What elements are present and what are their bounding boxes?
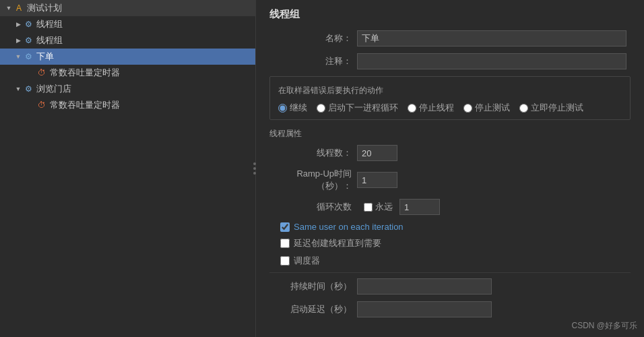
tree-item-thread-group-1[interactable]: ⚙线程组 (0, 16, 255, 32)
radio-stop-test[interactable] (463, 104, 472, 113)
radio-label-continue[interactable]: 继续 (290, 102, 307, 114)
checkbox-same-user[interactable] (280, 222, 290, 232)
tree-label-browse-shop: 浏览门店 (36, 83, 71, 95)
checkbox-item-same-user[interactable]: Same user on each iteration (280, 222, 631, 232)
tree-arrow-order[interactable] (13, 52, 23, 61)
radio-label-stop-thread[interactable]: 停止线程 (419, 102, 454, 114)
section-title: 线程组 (269, 8, 631, 21)
comment-row: 注释： (269, 53, 631, 69)
tree-label-test-plan: 测试计划 (27, 2, 62, 14)
radio-label-stop-test-now[interactable]: 立即停止测试 (531, 102, 583, 114)
checkbox-label-same-user[interactable]: Same user on each iteration (294, 222, 404, 232)
startup-delay-input[interactable] (357, 301, 492, 317)
panel-divider[interactable] (253, 162, 256, 175)
radio-item-stop-test-now[interactable]: 立即停止测试 (519, 102, 583, 114)
tree-icon-thread-group-2: ⚙ (23, 35, 34, 46)
tree-icon-timer-1: ⏱ (36, 67, 47, 78)
tree-item-test-plan[interactable]: A测试计划 (0, 0, 255, 16)
tree-item-order[interactable]: ⚙下单 (0, 49, 255, 65)
checkbox-item-delay-create[interactable]: 延迟创建线程直到需要 (280, 237, 631, 249)
tree-arrow-thread-group-2[interactable] (13, 36, 23, 45)
tree-icon-test-plan: A (13, 3, 24, 13)
radio-item-stop-thread[interactable]: 停止线程 (408, 102, 454, 114)
checkbox-label-scheduler[interactable]: 调度器 (294, 255, 320, 267)
radio-item-start-next[interactable]: 启动下一进程循环 (317, 102, 398, 114)
radio-item-stop-test[interactable]: 停止测试 (463, 102, 510, 114)
tree-item-thread-group-2[interactable]: ⚙线程组 (0, 32, 255, 49)
watermark: CSDN @好多可乐 (571, 320, 637, 332)
tree-label-order: 下单 (36, 51, 54, 63)
radio-stop-thread[interactable] (408, 104, 416, 113)
comment-label: 注释： (269, 55, 357, 67)
radio-item-continue[interactable]: 继续 (278, 102, 307, 114)
radio-label-start-next[interactable]: 启动下一进程循环 (328, 102, 398, 114)
error-action-label: 在取样器错误后要执行的动作 (278, 85, 622, 96)
thread-count-label: 线程数： (269, 147, 357, 159)
name-label: 名称： (269, 32, 357, 44)
tree-item-timer-1[interactable]: ⏱常数吞吐量定时器 (0, 65, 255, 81)
startup-delay-label: 启动延迟（秒） (269, 303, 357, 315)
ramp-up-label: Ramp-Up时间（秒）： (269, 168, 357, 192)
thread-count-input[interactable] (357, 145, 397, 161)
radio-stop-test-now[interactable] (519, 104, 528, 113)
startup-delay-row: 启动延迟（秒） (269, 301, 631, 317)
right-panel: 线程组 名称： 注释： 在取样器错误后要执行的动作 继续启动下一进程循环停止线程… (256, 0, 644, 337)
checkbox-label-delay-create[interactable]: 延迟创建线程直到需要 (294, 237, 381, 249)
checkbox-scheduler[interactable] (280, 256, 290, 266)
comment-input[interactable] (357, 53, 626, 69)
error-action-radio-group: 继续启动下一进程循环停止线程停止测试立即停止测试 (278, 102, 622, 114)
tree-item-timer-2[interactable]: ⏱常数吞吐量定时器 (0, 97, 255, 113)
name-input[interactable] (357, 30, 626, 47)
loop-count-label: 循环次数 (269, 201, 357, 213)
radio-continue[interactable] (278, 104, 287, 113)
tree-item-browse-shop[interactable]: ⚙浏览门店 (0, 81, 255, 97)
tree-arrow-browse-shop[interactable] (13, 84, 23, 94)
duration-label: 持续时间（秒） (269, 280, 357, 293)
checkbox-delay-create[interactable] (280, 239, 290, 248)
checkboxes-container: Same user on each iteration延迟创建线程直到需要调度器 (280, 222, 631, 267)
thread-properties: 线程属性 线程数： Ramp-Up时间（秒）： 循环次数 永远 (269, 128, 631, 317)
forever-label[interactable]: 永远 (375, 201, 393, 213)
thread-props-label: 线程属性 (269, 128, 631, 140)
ramp-up-row: Ramp-Up时间（秒）： (269, 168, 631, 192)
tree-arrow-test-plan[interactable] (4, 3, 13, 13)
thread-count-row: 线程数： (269, 145, 631, 161)
duration-input[interactable] (357, 278, 492, 295)
tree-label-timer-2: 常数吞吐量定时器 (50, 99, 120, 111)
duration-row: 持续时间（秒） (269, 278, 631, 295)
ramp-up-input[interactable] (357, 172, 397, 188)
checkbox-item-scheduler[interactable]: 调度器 (280, 255, 631, 267)
radio-start-next[interactable] (317, 104, 325, 113)
loop-count-input[interactable] (399, 199, 440, 215)
left-panel: A测试计划⚙线程组⚙线程组⚙下单⏱常数吞吐量定时器⚙浏览门店⏱常数吞吐量定时器 (0, 0, 256, 337)
tree-icon-order: ⚙ (23, 51, 34, 62)
tree-label-thread-group-1: 线程组 (36, 18, 63, 30)
tree-icon-timer-2: ⏱ (36, 100, 47, 111)
tree-label-thread-group-2: 线程组 (36, 34, 63, 47)
forever-checkbox-group: 永远 (364, 201, 393, 213)
tree-icon-browse-shop: ⚙ (23, 84, 34, 94)
error-action-section: 在取样器错误后要执行的动作 继续启动下一进程循环停止线程停止测试立即停止测试 (269, 76, 631, 120)
loop-count-row: 循环次数 永远 (269, 199, 631, 215)
forever-checkbox[interactable] (364, 203, 373, 212)
tree-arrow-thread-group-1[interactable] (13, 20, 23, 29)
radio-label-stop-test[interactable]: 停止测试 (475, 102, 510, 114)
name-row: 名称： (269, 30, 631, 47)
tree-icon-thread-group-1: ⚙ (23, 19, 34, 30)
tree-label-timer-1: 常数吞吐量定时器 (50, 67, 120, 79)
